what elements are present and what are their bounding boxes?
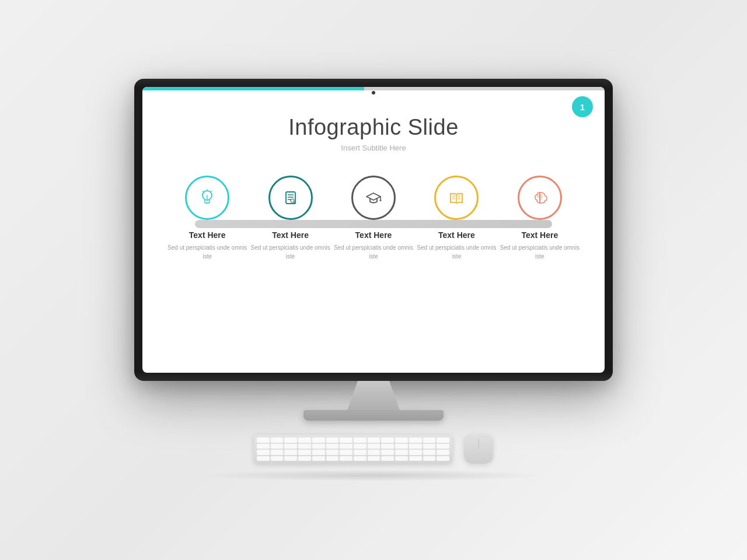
circle-icon-4 bbox=[434, 176, 479, 220]
slide-title-area: Infographic Slide Insert Subtitle Here bbox=[142, 97, 605, 158]
key bbox=[298, 438, 311, 443]
key bbox=[423, 438, 436, 443]
key bbox=[423, 456, 436, 461]
stand-base bbox=[303, 410, 444, 421]
key bbox=[423, 444, 436, 449]
item-text-4: Text Here Sed ut perspiciatis unde omnis… bbox=[415, 230, 498, 261]
key bbox=[381, 438, 394, 443]
item-text-3: Text Here Sed ut perspiciatis unde omnis… bbox=[332, 230, 415, 261]
circle-icon-5 bbox=[518, 176, 562, 220]
svg-line-4 bbox=[211, 191, 212, 192]
circle-icon-1 bbox=[185, 176, 229, 220]
key bbox=[271, 456, 284, 461]
key bbox=[340, 450, 352, 455]
circle-icon-3 bbox=[351, 176, 396, 220]
key bbox=[409, 438, 422, 443]
key bbox=[271, 438, 284, 443]
infographic-row: Text Here Sed ut perspiciatis unde omnis… bbox=[142, 158, 605, 272]
key bbox=[298, 444, 311, 449]
key bbox=[298, 450, 311, 455]
key bbox=[340, 444, 352, 449]
progress-bar-empty bbox=[364, 87, 605, 90]
infographic-item-3: Text Here Sed ut perspiciatis unde omnis… bbox=[332, 176, 415, 261]
monitor: 1 Infographic Slide Insert Subtitle Here bbox=[134, 79, 613, 381]
keyboard bbox=[254, 435, 452, 464]
key bbox=[271, 450, 284, 455]
key bbox=[312, 450, 325, 455]
svg-line-3 bbox=[203, 191, 204, 192]
svg-line-16 bbox=[452, 197, 455, 198]
slide-subtitle: Insert Subtitle Here bbox=[154, 144, 593, 152]
circle-icon-2 bbox=[268, 176, 313, 220]
key bbox=[437, 456, 449, 461]
key bbox=[257, 444, 270, 449]
key bbox=[381, 444, 394, 449]
svg-line-17 bbox=[452, 199, 455, 200]
slide-title: Infographic Slide bbox=[154, 115, 593, 140]
key bbox=[284, 450, 297, 455]
brain-icon bbox=[529, 187, 550, 208]
slide-number-badge: 1 bbox=[572, 96, 593, 117]
key bbox=[381, 456, 394, 461]
item-text-1: Text Here Sed ut perspiciatis unde omnis… bbox=[166, 230, 249, 261]
key bbox=[257, 456, 270, 461]
key bbox=[298, 456, 311, 461]
item-title-1: Text Here bbox=[166, 230, 249, 240]
svg-marker-11 bbox=[366, 193, 381, 200]
camera-dot bbox=[372, 91, 375, 94]
svg-line-15 bbox=[452, 195, 455, 196]
key bbox=[423, 450, 436, 455]
monitor-bezel: 1 Infographic Slide Insert Subtitle Here bbox=[142, 87, 605, 373]
progress-bar-filled bbox=[142, 87, 364, 90]
key bbox=[312, 438, 325, 443]
document-icon bbox=[280, 187, 301, 208]
key bbox=[354, 456, 366, 461]
key bbox=[340, 456, 352, 461]
key bbox=[368, 456, 381, 461]
key bbox=[326, 456, 339, 461]
key bbox=[381, 450, 394, 455]
book-icon bbox=[446, 187, 467, 208]
key bbox=[368, 438, 381, 443]
item-text-2: Text Here Sed ut perspiciatis unde omnis… bbox=[249, 230, 331, 261]
key bbox=[437, 438, 449, 443]
key bbox=[395, 450, 408, 455]
key bbox=[409, 456, 422, 461]
item-desc-1: Sed ut perspiciatis unde omnis iste bbox=[166, 243, 249, 261]
item-title-5: Text Here bbox=[498, 230, 581, 240]
key bbox=[340, 438, 352, 443]
item-title-3: Text Here bbox=[332, 230, 415, 240]
item-desc-4: Sed ut perspiciatis unde omnis iste bbox=[415, 243, 498, 261]
item-desc-2: Sed ut perspiciatis unde omnis iste bbox=[249, 243, 331, 261]
key bbox=[312, 456, 325, 461]
key bbox=[284, 456, 297, 461]
key bbox=[257, 450, 270, 455]
item-desc-5: Sed ut perspiciatis unde omnis iste bbox=[498, 243, 581, 261]
infographic-item-2: Text Here Sed ut perspiciatis unde omnis… bbox=[249, 176, 331, 261]
key bbox=[395, 438, 408, 443]
item-text-5: Text Here Sed ut perspiciatis unde omnis… bbox=[498, 230, 581, 261]
key bbox=[354, 444, 366, 449]
stand-neck bbox=[347, 381, 400, 410]
key bbox=[257, 438, 270, 443]
svg-line-18 bbox=[458, 195, 460, 196]
monitor-stand bbox=[303, 381, 444, 421]
lightbulb-icon bbox=[197, 187, 218, 208]
key bbox=[284, 438, 297, 443]
infographic-item-4: Text Here Sed ut perspiciatis unde omnis… bbox=[415, 176, 498, 261]
key bbox=[409, 444, 422, 449]
key bbox=[326, 450, 339, 455]
key bbox=[409, 450, 422, 455]
key bbox=[437, 444, 449, 449]
key bbox=[368, 444, 381, 449]
key bbox=[354, 438, 366, 443]
key bbox=[326, 444, 339, 449]
svg-line-19 bbox=[458, 197, 460, 198]
key bbox=[354, 450, 366, 455]
item-title-2: Text Here bbox=[249, 230, 331, 240]
key bbox=[368, 450, 381, 455]
infographic-item-1: Text Here Sed ut perspiciatis unde omnis… bbox=[166, 176, 249, 261]
key bbox=[395, 456, 408, 461]
key bbox=[284, 444, 297, 449]
floor-shadow bbox=[198, 470, 549, 481]
